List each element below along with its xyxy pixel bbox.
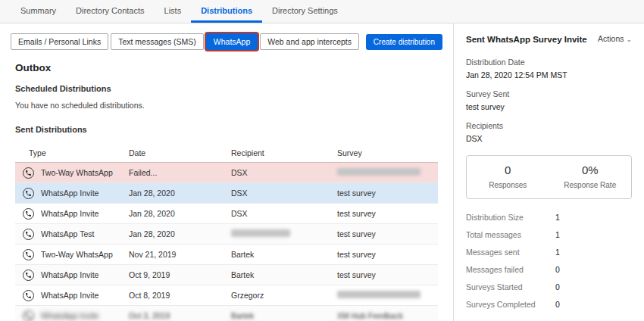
scheduled-empty-text: You have no scheduled distributions.	[15, 101, 438, 110]
distribution-survey: test survey	[337, 209, 438, 218]
response-rate-value: 0%	[549, 164, 632, 176]
tab-summary[interactable]: Summary	[11, 0, 66, 23]
distribution-type: WhatsApp Invite	[41, 189, 98, 198]
whatsapp-phone-icon	[23, 188, 34, 199]
distribution-survey: test survey	[337, 250, 438, 259]
distribution-type: WhatsApp Test	[41, 229, 94, 238]
response-rate-label: Response Rate	[549, 181, 632, 189]
table-row[interactable]: WhatsApp Invite Oct 9, 2019 Bartek test …	[15, 265, 438, 285]
channel-sms-button[interactable]: Text messages (SMS)	[111, 33, 204, 50]
column-header-recipient: Recipient	[231, 148, 337, 157]
distribution-date-label: Distribution Date	[466, 58, 632, 67]
detail-title: Sent WhatsApp Survey Invite	[466, 34, 587, 45]
column-header-type: Type	[15, 148, 129, 157]
distribution-recipient: Bartek	[231, 311, 337, 320]
distribution-type: WhatsApp Invite	[41, 209, 98, 218]
distribution-date: Jan 28, 2020	[129, 229, 231, 238]
distribution-survey: XM Hub Feedback	[337, 311, 438, 320]
distribution-survey: test survey	[337, 270, 438, 279]
distribution-recipient: Bartek	[231, 270, 337, 279]
whatsapp-phone-icon	[23, 208, 34, 220]
table-row[interactable]: WhatsApp Invite Jan 28, 2020 DSX test su…	[15, 204, 438, 224]
distribution-date: Oct 9, 2019	[129, 270, 231, 279]
create-distribution-button[interactable]: Create distribution	[366, 34, 442, 50]
column-header-date: Date	[129, 148, 231, 157]
chevron-down-icon: ⌄	[626, 36, 632, 43]
whatsapp-phone-icon	[23, 249, 34, 260]
distribution-recipient: DSX	[231, 189, 337, 198]
distribution-survey: test survey	[337, 189, 438, 198]
responses-label: Responses	[467, 181, 549, 189]
table-row[interactable]: WhatsApp Invite Jan 28, 2020 DSX test su…	[15, 183, 438, 204]
table-row[interactable]: Two-Way WhatsApp Nov 21, 2019 Bartek tes…	[15, 245, 438, 265]
table-row[interactable]: Two-Way WhatsApp Failed... DSX	[15, 163, 438, 183]
distribution-date: Oct 3, 2019	[129, 311, 231, 320]
distribution-type: WhatsApp Invite	[41, 291, 98, 300]
channel-web-intercepts-button[interactable]: Web and app intercepts	[260, 33, 359, 50]
stat-distribution-size: Distribution Size 1	[466, 213, 632, 222]
whatsapp-phone-icon	[23, 167, 34, 179]
app-window: Summary Directory Contacts Lists Distrib…	[0, 0, 644, 321]
outbox-section: Outbox Scheduled Distributions You have …	[0, 50, 453, 321]
distribution-date: Nov 21, 2019	[129, 250, 231, 259]
survey-sent-value: test survey	[466, 102, 632, 111]
distribution-type: Two-Way WhatsApp	[41, 250, 113, 259]
column-header-survey: Survey	[337, 148, 438, 157]
stat-messages-failed: Messages failed 0	[466, 265, 632, 274]
distribution-type: WhatsApp Invite	[41, 270, 98, 279]
whatsapp-phone-icon	[23, 310, 34, 321]
channel-toolbar: Emails / Personal Links Text messages (S…	[0, 23, 453, 50]
outbox-title: Outbox	[15, 62, 438, 73]
distribution-date: Failed...	[129, 168, 231, 177]
redacted-survey	[337, 168, 420, 176]
table-row[interactable]: WhatsApp Invite Oct 3, 2019 Bartek XM Hu…	[15, 306, 438, 321]
distribution-date: Oct 8, 2019	[129, 291, 231, 300]
actions-dropdown[interactable]: Actions ⌄	[598, 34, 632, 43]
top-nav: Summary Directory Contacts Lists Distrib…	[0, 0, 644, 23]
recipients-value: DSX	[466, 134, 632, 143]
distribution-survey: test survey	[337, 229, 438, 238]
table-row[interactable]: WhatsApp Invite Oct 8, 2019 Grzegorz	[15, 285, 438, 306]
recipients-label: Recipients	[466, 121, 632, 130]
survey-sent-label: Survey Sent	[466, 89, 632, 98]
stat-surveys-started: Surveys Started 0	[466, 282, 632, 291]
distribution-date: Jan 28, 2020	[129, 209, 231, 218]
response-summary-box: 0 Responses 0% Response Rate	[466, 155, 632, 199]
distribution-detail-panel: Sent WhatsApp Survey Invite Actions ⌄ Di…	[454, 23, 644, 321]
stat-messages-sent: Messages sent 1	[466, 248, 632, 257]
whatsapp-phone-icon	[23, 290, 34, 301]
whatsapp-phone-icon	[23, 229, 34, 240]
whatsapp-phone-icon	[23, 270, 34, 281]
stat-surveys-completed: Surveys Completed 0	[466, 300, 632, 309]
distribution-date-value: Jan 28, 2020 12:54 PM MST	[466, 70, 632, 79]
distribution-recipient: Grzegorz	[231, 291, 337, 300]
channel-whatsapp-button[interactable]: WhatsApp	[206, 33, 258, 50]
tab-directory-settings[interactable]: Directory Settings	[262, 0, 348, 23]
tab-distributions[interactable]: Distributions	[191, 0, 262, 23]
sent-distributions-title: Sent Distributions	[15, 125, 438, 134]
distribution-date: Jan 28, 2020	[129, 189, 231, 198]
distribution-recipient: Bartek	[231, 250, 337, 259]
distribution-type: Two-Way WhatsApp	[41, 168, 113, 177]
redacted-survey	[337, 291, 420, 298]
distribution-recipient: DSX	[231, 168, 337, 177]
tab-lists[interactable]: Lists	[155, 0, 192, 23]
tab-directory-contacts[interactable]: Directory Contacts	[66, 0, 154, 23]
stat-total-messages: Total messages 1	[466, 230, 632, 239]
channel-emails-button[interactable]: Emails / Personal Links	[11, 33, 108, 50]
distributions-pane: Emails / Personal Links Text messages (S…	[0, 23, 454, 321]
table-header-row: Type Date Recipient Survey	[15, 143, 438, 163]
scheduled-distributions-title: Scheduled Distributions	[15, 84, 438, 93]
redacted-recipient	[231, 229, 290, 237]
distribution-recipient: DSX	[231, 209, 337, 218]
table-row[interactable]: WhatsApp Test Jan 28, 2020 test survey	[15, 224, 438, 245]
responses-count: 0	[467, 164, 549, 176]
distribution-type: WhatsApp Invite	[41, 311, 98, 320]
sent-distributions-table: Type Date Recipient Survey Two-Way Whats…	[15, 143, 438, 321]
